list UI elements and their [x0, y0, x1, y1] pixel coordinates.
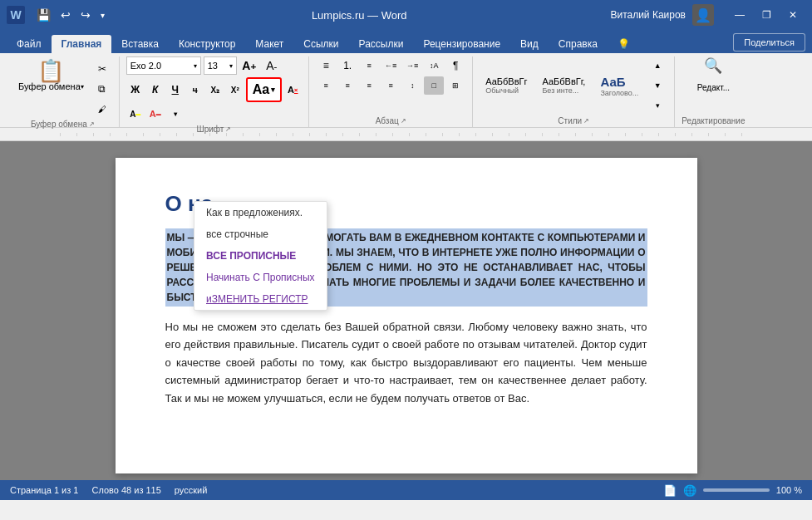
tab-help[interactable]: Справка [549, 35, 608, 53]
body-paragraph: Но мы не сможем это сделать без Вашей об… [165, 318, 647, 407]
qa-dropdown-btn[interactable]: ▾ [97, 9, 108, 22]
tab-share[interactable]: Поделиться [733, 33, 805, 52]
clipboard-secondary: ✂ ⧉ 🖌 [92, 60, 112, 118]
para-content: ≡ 1. ≡ ←≡ →≡ ↕A ¶ ≡ ≡ ≡ ≡ ↕ □ ⊞ [316, 56, 465, 115]
title-bar-right: Виталий Каиров 👤 — ❐ ✕ [610, 4, 805, 26]
title-bar-left: W 💾 ↩ ↪ ▾ [7, 6, 108, 24]
font-color-arrow[interactable]: ▾ [166, 105, 185, 123]
increase-font-btn[interactable]: A+ [239, 56, 259, 75]
shading-btn[interactable]: □ [424, 76, 444, 95]
tab-review[interactable]: Рецензирование [413, 35, 510, 53]
copy-btn[interactable]: ⧉ [92, 80, 112, 98]
decrease-font-btn[interactable]: A- [262, 56, 282, 75]
format-painter-btn[interactable]: 🖌 [92, 100, 112, 118]
size-dropdown-arrow: ▾ [229, 62, 233, 70]
para-label: Абзац ↗ [376, 115, 406, 127]
style-heading1[interactable]: АаБ Заголово... [594, 73, 644, 98]
para-row2: ≡ ≡ ≡ ≡ ↕ □ ⊞ [316, 76, 465, 95]
zoom-slider[interactable] [703, 488, 770, 492]
font-color-btn[interactable]: A▬ [146, 105, 165, 123]
styles-group: АаБбВвГг Обычный АаБбВвГг, Без инте... А… [473, 56, 675, 127]
undo-quick-btn[interactable]: ↩ [57, 7, 74, 23]
align-center-btn[interactable]: ≡ [337, 76, 357, 95]
clipboard-expander[interactable]: ↗ [89, 120, 95, 128]
subscript-btn[interactable]: X₂ [206, 81, 224, 99]
main-content: О на МЫ — ОДЕРЖИМЫЕ ИДЕЕЙ ПОМОГАТЬ ВАМ В… [0, 128, 812, 500]
style-no-spacing[interactable]: АаБбВвГг, Без инте... [536, 73, 591, 98]
editing-content: 🔍 Редакт... [688, 56, 738, 115]
change-case-btn[interactable]: Aa ▾ [246, 77, 282, 102]
view-normal-btn[interactable]: 📄 [663, 484, 677, 497]
line-spacing-btn[interactable]: ↕ [402, 76, 422, 95]
replace-btn[interactable]: Редакт... [688, 78, 738, 96]
cut-btn[interactable]: ✂ [92, 60, 112, 78]
ruler-track [60, 133, 752, 136]
font-label: Шрифт ↗ [197, 123, 232, 135]
clear-format-btn[interactable]: A× [283, 81, 302, 99]
maximize-btn[interactable]: ❐ [754, 4, 779, 26]
styles-down-btn[interactable]: ▼ [647, 76, 667, 95]
font-expander[interactable]: ↗ [225, 125, 231, 133]
font-name-select[interactable]: Exo 2.0 ▾ [126, 56, 201, 75]
align-left-btn[interactable]: ≡ [316, 76, 336, 95]
tab-home[interactable]: Главная [52, 35, 112, 53]
styles-expander[interactable]: ↗ [583, 117, 589, 125]
case-sentence[interactable]: Как в предложениях. [194, 202, 327, 223]
paste-btn[interactable]: 📋 Буфер обмена ▾ [13, 56, 89, 95]
tab-design[interactable]: Конструктор [169, 35, 245, 53]
clipboard-group: 📋 Буфер обмена ▾ ✂ ⧉ 🖌 Страница 1 из 1 Б… [7, 56, 120, 127]
tab-view[interactable]: Вид [510, 35, 549, 53]
case-title[interactable]: Начинать С Прописных [194, 267, 327, 288]
para-expander[interactable]: ↗ [401, 117, 406, 125]
case-toggle[interactable]: иЗМЕНИТЬ РЕГИСТР [194, 288, 327, 310]
close-btn[interactable]: ✕ [780, 4, 805, 26]
bold-btn[interactable]: Ж [126, 81, 145, 99]
minimize-btn[interactable]: — [727, 4, 752, 26]
underline-btn[interactable]: Ч [166, 81, 185, 99]
view-web-btn[interactable]: 🌐 [683, 484, 696, 497]
styles-boxes: АаБбВвГг Обычный АаБбВвГг, Без инте... А… [480, 56, 667, 115]
aa-label: Aa [253, 82, 269, 97]
border-btn[interactable]: ⊞ [445, 76, 465, 95]
styles-more-btn[interactable]: ▾ [647, 96, 667, 115]
sort-btn[interactable]: ↕A [424, 56, 444, 75]
user-avatar[interactable]: 👤 [692, 4, 714, 26]
case-lower[interactable]: все строчные [194, 223, 327, 245]
window-controls: — ❐ ✕ [727, 4, 805, 26]
styles-up-btn[interactable]: ▲ [647, 56, 667, 75]
paste-icon: 📋 [37, 60, 64, 81]
superscript-btn[interactable]: X² [226, 81, 244, 99]
tab-mailings[interactable]: Рассылки [349, 35, 414, 53]
italic-btn[interactable]: К [146, 81, 165, 99]
paste-dropdown-arrow[interactable]: ▾ [81, 83, 84, 91]
quick-access-toolbar: 💾 ↩ ↪ ▾ [33, 7, 108, 23]
paragraph-group: ≡ 1. ≡ ←≡ →≡ ↕A ¶ ≡ ≡ ≡ ≡ ↕ □ ⊞ Абзац ↗ [309, 56, 473, 127]
font-group: Exo 2.0 ▾ 13 ▾ A+ A- Ж К Ч ч X₂ X² [120, 56, 309, 127]
tab-layout[interactable]: Макет [245, 35, 293, 53]
style-normal[interactable]: АаБбВвГг Обычный [480, 73, 533, 98]
strikethrough-btn[interactable]: ч [186, 81, 204, 99]
multilevel-btn[interactable]: ≡ [359, 56, 379, 75]
increase-indent-btn[interactable]: →≡ [402, 56, 422, 75]
bullets-btn[interactable]: ≡ [316, 56, 336, 75]
decrease-indent-btn[interactable]: ←≡ [381, 56, 401, 75]
text-highlight-btn[interactable]: A▬ [126, 105, 145, 123]
styles-scroll: ▲ ▼ ▾ [647, 56, 667, 115]
font-size-select[interactable]: 13 ▾ [204, 56, 237, 75]
tab-references[interactable]: Ссылки [293, 35, 348, 53]
save-quick-btn[interactable]: 💾 [33, 7, 54, 23]
tab-insert[interactable]: Вставка [111, 35, 169, 53]
word-count: Слово 48 из 115 [91, 485, 160, 495]
show-marks-btn[interactable]: ¶ [445, 56, 465, 75]
tab-search[interactable]: 💡 [608, 35, 640, 53]
align-justify-btn[interactable]: ≡ [381, 76, 401, 95]
editing-btns: 🔍 Редакт... [688, 56, 738, 96]
find-btn[interactable]: 🔍 [701, 56, 726, 75]
tab-file[interactable]: Файл [7, 35, 52, 53]
case-upper[interactable]: ВСЕ ПРОПИСНЫЕ [194, 245, 327, 267]
ruler [0, 128, 812, 141]
ribbon-tabs: Файл Главная Вставка Конструктор Макет С… [0, 30, 812, 53]
redo-quick-btn[interactable]: ↪ [77, 7, 94, 23]
numbering-btn[interactable]: 1. [337, 56, 357, 75]
align-right-btn[interactable]: ≡ [359, 76, 379, 95]
